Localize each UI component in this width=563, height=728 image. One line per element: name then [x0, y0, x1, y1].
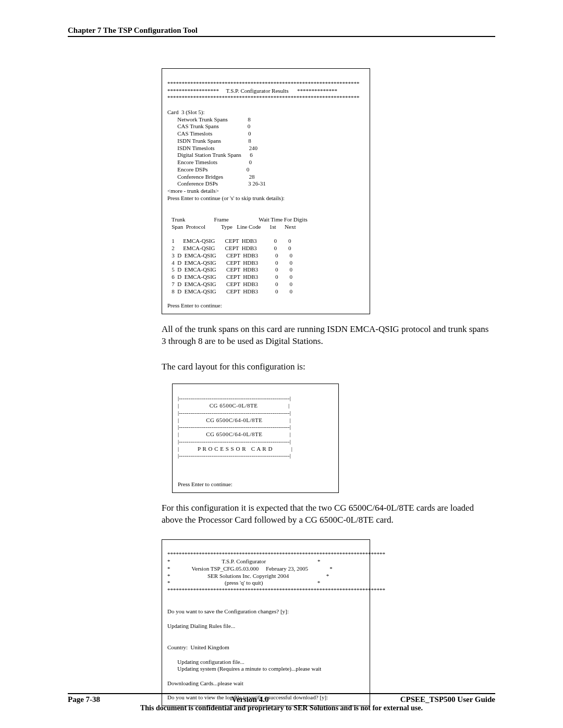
table-header: Span Protocol Type Line Code 1st Next [167, 224, 296, 230]
terminal-results-box: ****************************************… [162, 68, 370, 314]
paragraph: The card layout for this configuration i… [162, 361, 495, 373]
row-label: Conference Bridges [177, 174, 223, 180]
row-value: 8 [248, 138, 251, 144]
dash-line: |---------------------------------------… [178, 424, 291, 430]
status-line: Updating configuration file... [167, 659, 244, 665]
row-value: 0 [248, 130, 251, 137]
prompt-line: Do you want to save the Configuration ch… [167, 608, 289, 614]
row-label: Network Trunk Spans [177, 116, 228, 122]
slot-row: P R O C E S S O R C A R D [179, 446, 291, 452]
star-line: ****************************************… [167, 94, 360, 101]
more-line: <more - trunk details> [167, 188, 219, 194]
row-label: Conference DSPs [177, 180, 218, 187]
row-value: 28 [249, 174, 254, 180]
table-row: 4 D EMCA-QSIG CEPT HDB3 0 0 [167, 260, 292, 266]
row-label: ISDN Timeslots [177, 145, 214, 151]
status-line: Updating Dialing Rules file... [167, 623, 235, 629]
slot-row: CG 6500C/64-0L/8TE [179, 431, 289, 437]
banner-line: * (press 'q' to quit) * [167, 579, 320, 586]
slot-row: CG 6500C/64-0L/8TE [179, 417, 289, 423]
table-header: Trunk Frame Wait Time For Digits [167, 216, 308, 223]
table-row: 7 D EMCA-QSIG CEPT HDB3 0 0 [167, 281, 292, 287]
card-line: Card 3 (Slot 5): [167, 109, 205, 115]
row-label: Encore DSPs [177, 166, 207, 172]
status-line: Downloading Cards...please wait [167, 680, 243, 686]
page-number: Page 7-38 [68, 695, 100, 704]
table-row: 8 D EMCA-QSIG CEPT HDB3 0 0 [167, 288, 292, 294]
guide-title: CPSEE_TSP500 User Guide [400, 695, 495, 704]
star-line: ****************************************… [167, 587, 385, 593]
star-line: ****************************************… [167, 80, 360, 87]
dash-line: |---------------------------------------… [178, 452, 291, 459]
row-value: 0 [247, 166, 250, 172]
title-line: ****************** T.S.P. Configurator R… [167, 88, 337, 94]
prompt-line: Press Enter to continue (or 's' to skip … [167, 195, 285, 201]
row-value: 3 26-31 [248, 180, 266, 187]
row-label: Encore Timeslots [177, 159, 217, 165]
row-value: 0 [249, 159, 252, 165]
table-row: 1 EMCA-QSIG CEPT HDB3 0 0 [167, 238, 291, 244]
row-value: 240 [249, 145, 258, 151]
chapter-header: Chapter 7 The TSP Configuration Tool [68, 26, 495, 37]
status-line: Country: United Kingdom [167, 644, 229, 650]
row-label: CAS Trunk Spans [177, 123, 218, 129]
configurator-final-box: ****************************************… [162, 539, 370, 707]
row-label: Digital Station Trunk Spans [177, 152, 241, 158]
row-value: 6 [250, 152, 253, 158]
version-label: Version 4.0 [231, 695, 268, 704]
row-label: CAS Timeslots [177, 130, 212, 137]
confidential-notice: This document is confidential and propri… [68, 704, 495, 712]
dash-line: |---------------------------------------… [178, 438, 291, 445]
prompt-line: Press Enter to continue: [178, 481, 232, 487]
row-label: ISDN Trunk Spans [177, 138, 221, 144]
paragraph: All of the trunk spans on this card are … [162, 324, 495, 348]
slot-row: CG 6500C-0L/8TE [179, 402, 288, 409]
prompt-line: Press Enter to continue: [167, 302, 222, 309]
banner-line: * SER Solutions Inc. Copyright 2004 * [167, 573, 329, 579]
page-footer: Page 7-38 Version 4.0 CPSEE_TSP500 User … [68, 693, 495, 712]
table-row: 5 D EMCA-QSIG CEPT HDB3 0 0 [167, 266, 292, 273]
dash-line: |---------------------------------------… [178, 410, 291, 416]
table-row: 3 D EMCA-QSIG CEPT HDB3 0 0 [167, 252, 292, 258]
dash-line: |---------------------------------------… [178, 395, 291, 401]
table-row: 6 D EMCA-QSIG CEPT HDB3 0 0 [167, 274, 292, 280]
status-line: Updating system (Requires a minute to co… [167, 665, 321, 672]
paragraph: For this configuration it is expected th… [162, 502, 495, 526]
row-value: 0 [248, 123, 251, 129]
banner-line: * T.S.P. Configurator * [167, 558, 321, 564]
table-row: 2 EMCA-QSIG CEPT HDB3 0 0 [167, 245, 291, 251]
row-value: 8 [248, 116, 251, 122]
star-line: ****************************************… [167, 551, 385, 557]
banner-line: * Version TSP_CFG.05.03.000 February 23,… [167, 565, 333, 572]
card-layout-box: |---------------------------------------… [172, 384, 339, 493]
